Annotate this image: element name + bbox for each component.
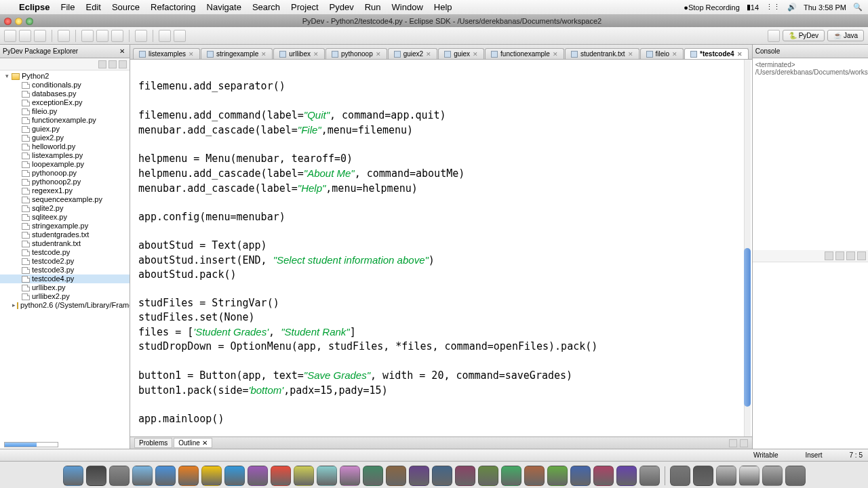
editor-tab[interactable]: studentrank.txt✕ xyxy=(565,48,639,59)
dock-app-icon[interactable] xyxy=(248,466,268,486)
maximize-view-button[interactable] xyxy=(740,439,748,447)
tree-file[interactable]: testcode3.py xyxy=(0,266,130,274)
dock-app-icon[interactable] xyxy=(547,466,568,486)
dock-app-icon[interactable] xyxy=(340,466,360,486)
tree-file[interactable]: testcode.py xyxy=(0,248,130,257)
dock-app-icon[interactable] xyxy=(524,466,545,486)
outline-tab[interactable]: Outline ✕ xyxy=(174,438,212,448)
menu-search[interactable]: Search xyxy=(247,2,285,12)
dock-app-icon[interactable] xyxy=(155,466,176,486)
dock-app-icon[interactable] xyxy=(63,466,83,486)
dock-app-icon[interactable] xyxy=(693,466,713,486)
zoom-window-button[interactable] xyxy=(26,18,33,25)
tree-file[interactable]: exceptionEx.py xyxy=(0,98,130,107)
tree-file[interactable]: testcode2.py xyxy=(0,257,130,266)
remove-all-button[interactable] xyxy=(846,251,855,260)
tree-file[interactable]: pythonoop.py xyxy=(0,169,130,178)
terminate-button[interactable] xyxy=(825,251,833,260)
menu-source[interactable]: Source xyxy=(106,2,145,12)
close-tab-button[interactable]: ✕ xyxy=(737,51,743,58)
nav-back-button[interactable] xyxy=(159,30,171,42)
debug-button[interactable] xyxy=(81,30,94,42)
menu-pydev[interactable]: Pydev xyxy=(324,2,359,12)
editor-tab[interactable]: stringexample✕ xyxy=(201,48,273,59)
menu-help[interactable]: Help xyxy=(429,2,458,12)
tree-file[interactable]: urllibex2.py xyxy=(0,292,130,301)
app-menu[interactable]: Eclipse xyxy=(14,2,56,12)
open-perspective-button[interactable] xyxy=(768,30,780,42)
editor-tab[interactable]: guiex2✕ xyxy=(388,48,437,59)
tree-file[interactable]: fileio.py xyxy=(0,107,130,116)
close-tab-button[interactable]: ✕ xyxy=(376,51,381,58)
dock-app-icon[interactable] xyxy=(432,466,452,486)
tree-file[interactable]: guiex.py xyxy=(0,125,130,134)
tree-project[interactable]: ▾Python2 xyxy=(0,72,130,81)
tree-file[interactable]: testcode4.py xyxy=(0,274,130,283)
editor-tab[interactable]: guiex✕ xyxy=(438,48,484,59)
minimize-window-button[interactable] xyxy=(15,18,22,25)
close-tab-button[interactable]: ✕ xyxy=(313,51,319,58)
nav-fwd-button[interactable] xyxy=(174,30,186,42)
dock-app-icon[interactable] xyxy=(455,466,475,486)
view-menu-button[interactable] xyxy=(119,60,127,68)
battery-icon[interactable]: ▮14 xyxy=(747,3,759,12)
dock-app-icon[interactable] xyxy=(224,466,245,486)
code-editor[interactable]: filemenu.add_separator() filemenu.add_co… xyxy=(130,60,752,436)
tree-file[interactable]: listexamples.py xyxy=(0,151,130,160)
perspective-java[interactable]: ☕ Java xyxy=(827,30,864,41)
dock-app-icon[interactable] xyxy=(86,466,106,486)
tree-file[interactable]: guiex2.py xyxy=(0,134,130,142)
dock-app-icon[interactable] xyxy=(386,466,406,486)
dock-app-icon[interactable] xyxy=(409,466,429,486)
tree-file[interactable]: pythonoop2.py xyxy=(0,178,130,186)
close-tab-button[interactable]: ✕ xyxy=(261,51,267,58)
volume-icon[interactable]: 🔊 xyxy=(787,3,797,12)
dock-app-icon[interactable] xyxy=(201,466,222,486)
menu-navigate[interactable]: Navigate xyxy=(201,2,247,12)
stop-recording[interactable]: ● Stop Recording xyxy=(684,3,739,12)
wifi-icon[interactable]: ⋮⋮ xyxy=(766,3,781,12)
menu-refactoring[interactable]: Refactoring xyxy=(145,2,201,12)
tree-file[interactable]: stringexample.py xyxy=(0,222,130,230)
close-tab-button[interactable]: ✕ xyxy=(553,51,558,58)
dock-app-icon[interactable] xyxy=(570,466,591,486)
run-button[interactable] xyxy=(96,30,108,42)
search-button[interactable] xyxy=(135,30,147,42)
close-tab-button[interactable]: ✕ xyxy=(672,51,677,58)
tree-file[interactable]: functionexample.py xyxy=(0,116,130,125)
menu-file[interactable]: File xyxy=(56,2,81,12)
ext-tools-button[interactable] xyxy=(111,30,123,42)
editor-tab[interactable]: *testcode4✕ xyxy=(684,48,749,59)
tree-file[interactable]: sqlite2.py xyxy=(0,204,130,213)
tree-file[interactable]: studentrank.txt xyxy=(0,239,130,248)
collapse-all-button[interactable] xyxy=(98,60,106,68)
dock-app-icon[interactable] xyxy=(363,466,383,486)
spotlight-icon[interactable]: 🔍 xyxy=(853,3,863,12)
editor-tab[interactable]: pythonoop✕ xyxy=(326,48,387,59)
dock-app-icon[interactable] xyxy=(178,466,199,486)
dock-app-icon[interactable] xyxy=(317,466,337,486)
editor-tab[interactable]: urllibex✕ xyxy=(273,48,325,59)
dock-app-icon[interactable] xyxy=(593,466,614,486)
menu-project[interactable]: Project xyxy=(285,2,323,12)
problems-tab[interactable]: Problems xyxy=(134,438,172,448)
dock-app-icon[interactable] xyxy=(762,466,783,486)
package-tree[interactable]: ▾Python2conditionals.pydatabases.pyexcep… xyxy=(0,70,130,441)
remove-launch-button[interactable] xyxy=(835,251,844,260)
tree-file[interactable]: studentgrades.txt xyxy=(0,230,130,239)
tree-file[interactable]: conditionals.py xyxy=(0,81,130,89)
dock-app-icon[interactable] xyxy=(109,466,130,486)
tree-file[interactable]: databases.py xyxy=(0,89,130,98)
tree-file[interactable]: regexex1.py xyxy=(0,186,130,195)
menu-edit[interactable]: Edit xyxy=(80,2,106,12)
close-tab-button[interactable]: ✕ xyxy=(426,51,431,58)
tree-lib[interactable]: ▸python2.6 (/System/Library/Frameworks/ xyxy=(0,301,130,310)
dock-app-icon[interactable] xyxy=(616,466,637,486)
dock-app-icon[interactable] xyxy=(670,466,690,486)
close-tab-button[interactable]: ✕ xyxy=(628,51,633,58)
build-button[interactable] xyxy=(58,30,70,42)
new-button[interactable] xyxy=(4,30,16,42)
editor-tab[interactable]: listexamples✕ xyxy=(133,48,200,59)
dock-app-icon[interactable] xyxy=(639,466,660,486)
editor-tab[interactable]: fileio✕ xyxy=(640,48,684,59)
